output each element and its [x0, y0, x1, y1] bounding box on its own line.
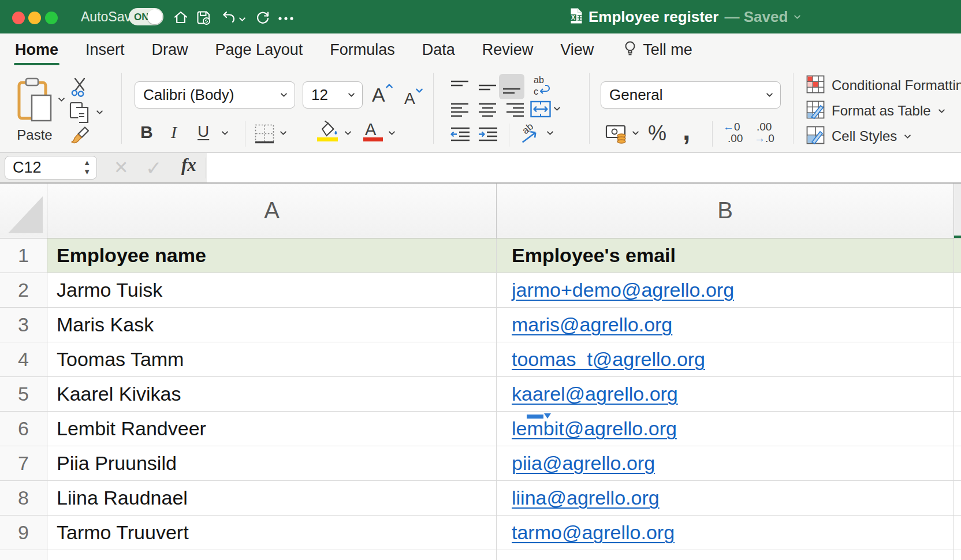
- underline-menu-chevron-icon[interactable]: [221, 130, 229, 136]
- sliver-cell[interactable]: [954, 550, 961, 560]
- employee-name-cell[interactable]: Jarmo Tuisk: [47, 273, 497, 307]
- undo-button[interactable]: [221, 10, 236, 27]
- row-number[interactable]: 3: [0, 308, 47, 342]
- employee-name-cell[interactable]: Kaarel Kivikas: [47, 377, 497, 411]
- grow-font-button[interactable]: A: [372, 83, 393, 106]
- redo-button[interactable]: [255, 10, 270, 27]
- borders-button[interactable]: [254, 124, 275, 147]
- tell-me-button[interactable]: Tell me: [623, 40, 692, 59]
- font-size-select[interactable]: 12: [303, 81, 363, 109]
- row-number[interactable]: 6: [0, 412, 47, 446]
- employee-name-cell[interactable]: Toomas Tamm: [47, 342, 497, 376]
- align-top-button[interactable]: [450, 79, 469, 99]
- wrap-text-button[interactable]: abc: [532, 75, 553, 100]
- employee-name-cell[interactable]: Tarmo Truuvert: [47, 516, 497, 550]
- align-left-button[interactable]: [450, 102, 469, 122]
- undo-menu-chevron-icon[interactable]: [239, 14, 246, 24]
- email-link[interactable]: kaarel@agrello.org: [512, 383, 678, 405]
- bold-button[interactable]: B: [140, 122, 153, 142]
- text-orientation-button[interactable]: ab: [519, 122, 544, 150]
- cell-styles-button[interactable]: Cell Styles: [806, 125, 911, 148]
- employee-name-cell[interactable]: Maris Kask: [47, 308, 497, 342]
- insert-function-button[interactable]: fx: [181, 155, 196, 176]
- format-painter-button[interactable]: [68, 126, 91, 148]
- comma-style-button[interactable]: ,: [683, 114, 690, 146]
- font-name-select[interactable]: Calibri (Body): [135, 81, 295, 109]
- employee-email-cell[interactable]: tarmo@agrello.org: [497, 516, 954, 550]
- email-link[interactable]: tarmo@agrello.org: [512, 521, 675, 543]
- employee-email-cell[interactable]: maris@agrello.org: [497, 308, 954, 342]
- borders-menu-chevron-icon[interactable]: [280, 130, 287, 136]
- sliver-cell[interactable]: [954, 516, 961, 550]
- sliver-cell[interactable]: [954, 308, 961, 342]
- employee-email-cell[interactable]: [497, 550, 954, 560]
- employee-email-cell[interactable]: jarmo+demo@agrello.org: [497, 273, 954, 307]
- decrease-decimal-button[interactable]: .00 →.0: [754, 121, 784, 144]
- font-color-chevron-icon[interactable]: [388, 130, 396, 136]
- employee-email-cell[interactable]: liina@agrello.org: [497, 481, 954, 515]
- tab-draw[interactable]: Draw: [152, 41, 188, 59]
- employee-email-cell[interactable]: lembit@agrello.org: [497, 412, 954, 446]
- row-number[interactable]: 2: [0, 273, 47, 307]
- font-color-button[interactable]: A: [365, 120, 376, 139]
- zoom-window-button[interactable]: [45, 12, 58, 24]
- tab-insert[interactable]: Insert: [85, 41, 125, 59]
- employee-email-cell[interactable]: toomas_t@agrello.org: [497, 342, 954, 376]
- cell-flag-marker[interactable]: [527, 413, 553, 421]
- formula-input[interactable]: [207, 153, 961, 182]
- sliver-cell[interactable]: [954, 481, 961, 515]
- sliver-cell[interactable]: [954, 412, 961, 446]
- row-number[interactable]: 5: [0, 377, 47, 411]
- sliver-cell[interactable]: [954, 273, 961, 307]
- email-link[interactable]: jarmo+demo@agrello.org: [512, 279, 734, 301]
- column-header-b[interactable]: B: [497, 184, 954, 238]
- employee-email-cell[interactable]: Employee's email: [497, 238, 954, 272]
- paste-button[interactable]: Paste: [9, 73, 67, 144]
- fill-color-chevron-icon[interactable]: [344, 130, 352, 136]
- row-number[interactable]: [0, 550, 47, 560]
- format-as-table-button[interactable]: Format as Table: [806, 99, 945, 122]
- copy-menu-chevron-icon[interactable]: [96, 110, 103, 115]
- align-center-button[interactable]: [478, 102, 497, 122]
- employee-name-cell[interactable]: [47, 550, 497, 560]
- fill-color-button[interactable]: [316, 120, 338, 140]
- column-header-c-sliver[interactable]: [954, 184, 961, 238]
- autosave-toggle[interactable]: ON: [129, 8, 163, 25]
- employee-name-cell[interactable]: Piia Pruunsild: [47, 446, 497, 480]
- row-number[interactable]: 7: [0, 446, 47, 480]
- email-link[interactable]: toomas_t@agrello.org: [512, 348, 705, 370]
- home-icon[interactable]: [173, 10, 188, 27]
- number-format-select[interactable]: General: [601, 81, 781, 109]
- employee-name-cell[interactable]: Liina Raudnael: [47, 481, 497, 515]
- tab-view[interactable]: View: [560, 41, 594, 59]
- doc-title-chevron-icon[interactable]: [794, 14, 801, 20]
- cancel-button[interactable]: ×: [114, 154, 128, 180]
- employee-name-cell[interactable]: Lembit Randveer: [47, 412, 497, 446]
- email-link[interactable]: Employee's email: [512, 244, 676, 266]
- select-all-corner[interactable]: [0, 184, 47, 238]
- enter-button[interactable]: ✓: [146, 156, 162, 180]
- name-box-stepper[interactable]: ▲▼: [83, 158, 91, 177]
- sliver-cell[interactable]: [954, 446, 961, 480]
- tab-page-layout[interactable]: Page Layout: [215, 41, 303, 59]
- decrease-indent-button[interactable]: [450, 126, 470, 148]
- employee-email-cell[interactable]: piia@agrello.org: [497, 446, 954, 480]
- increase-decimal-button[interactable]: ←0 .00: [723, 121, 753, 144]
- employee-name-cell[interactable]: Employee name: [47, 238, 497, 272]
- merge-menu-chevron-icon[interactable]: [553, 106, 561, 111]
- tab-review[interactable]: Review: [482, 41, 534, 59]
- email-link[interactable]: liina@agrello.org: [512, 487, 660, 509]
- italic-button[interactable]: I: [171, 122, 177, 142]
- copy-button[interactable]: [69, 102, 92, 128]
- increase-indent-button[interactable]: [478, 126, 498, 148]
- row-number[interactable]: 9: [0, 516, 47, 550]
- email-link[interactable]: piia@agrello.org: [512, 452, 655, 474]
- sliver-cell[interactable]: [954, 342, 961, 376]
- merge-center-button[interactable]: [530, 100, 551, 120]
- orientation-chevron-icon[interactable]: [546, 130, 554, 136]
- name-box[interactable]: C12 ▲▼: [5, 156, 97, 180]
- more-commands-button[interactable]: [277, 14, 295, 24]
- align-middle-button[interactable]: [478, 79, 497, 99]
- accounting-format-button[interactable]: [605, 122, 628, 147]
- conditional-formatting-button[interactable]: Conditional Formatting: [806, 74, 961, 97]
